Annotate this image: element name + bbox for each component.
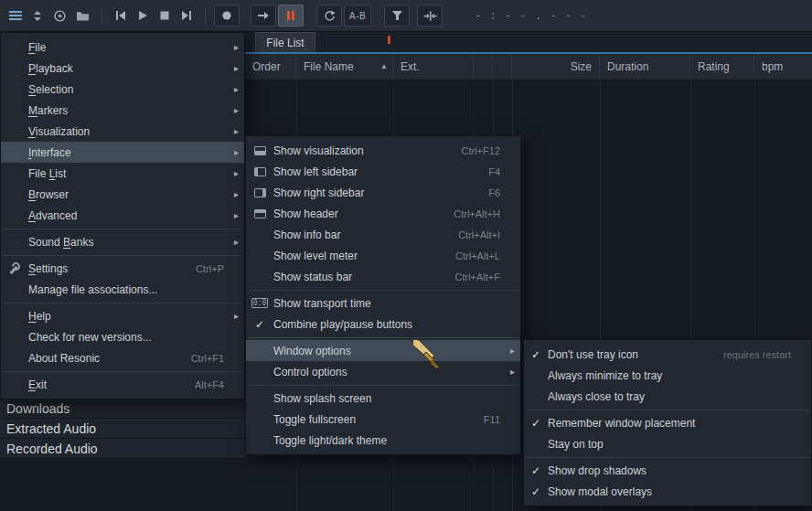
toolbar: A-B - : - - . - - - xyxy=(0,0,812,32)
sort-ascending-icon: ▲ xyxy=(380,54,388,80)
sort-order-button[interactable] xyxy=(27,4,48,27)
menu-item-control-options[interactable]: Control options▸ xyxy=(246,361,520,382)
menu-item-toggle-fullscreen[interactable]: Toggle fullscreenF11 xyxy=(246,409,520,430)
filter-button[interactable] xyxy=(384,5,410,27)
column-header-blank-1[interactable] xyxy=(474,54,493,80)
stop-button[interactable] xyxy=(154,4,176,27)
play-button[interactable] xyxy=(132,4,154,27)
menu-item-shortcut: F6 xyxy=(488,187,500,198)
checkmark-icon: ✓ xyxy=(246,318,273,331)
skip-end-button[interactable] xyxy=(176,4,198,27)
menu-item-always-close-to-tray[interactable]: Always close to tray xyxy=(524,386,811,407)
menu-item-label: Always minimize to tray xyxy=(548,369,791,382)
menu-item-show-modal-overlays[interactable]: ✓Show modal overlays xyxy=(524,481,811,502)
record-button[interactable] xyxy=(214,5,240,27)
menu-item-about-resonic[interactable]: About ResonicCtrl+F1 xyxy=(1,347,244,368)
menu-item-toggle-light-dark-theme[interactable]: Toggle light/dark theme xyxy=(246,430,520,451)
menu-item-show-visualization[interactable]: Show visualizationCtrl+F12 xyxy=(246,140,520,161)
menu-separator xyxy=(1,252,244,258)
menu-item-browser[interactable]: Browser▸ xyxy=(1,184,244,205)
menu-item-combine-play-pause-buttons[interactable]: ✓Combine play/pause buttons xyxy=(246,314,520,335)
menu-item-label: Show modal overlays xyxy=(548,485,791,498)
menu-item-label: File List xyxy=(28,167,224,180)
menu-item-shortcut: Ctrl+Alt+H xyxy=(454,208,500,219)
menu-item-advanced[interactable]: Advanced▸ xyxy=(1,205,244,226)
menu-item-show-left-sidebar[interactable]: Show left sidebarF4 xyxy=(246,161,520,182)
fit-button[interactable] xyxy=(417,5,443,27)
menu-item-label: Show right sidebar xyxy=(273,186,479,199)
menu-item-label: Markers xyxy=(28,104,224,117)
menu-item-help[interactable]: Help▸ xyxy=(1,305,244,326)
menu-item-label: Exit xyxy=(28,378,186,391)
menu-item-check-for-new-versions[interactable]: Check for new versions... xyxy=(1,326,244,347)
column-header-duration[interactable]: Duration xyxy=(600,54,690,80)
column-header-file-name[interactable]: ▲File Name xyxy=(296,54,393,80)
menu-item-show-level-meter[interactable]: Show level meterCtrl+Alt+L xyxy=(246,245,520,266)
menu-item-playback[interactable]: Playback▸ xyxy=(1,58,244,79)
menu-item-show-right-sidebar[interactable]: Show right sidebarF6 xyxy=(246,182,520,203)
skip-start-button[interactable] xyxy=(110,4,132,27)
file-list-header: Order ▲File Name Ext. Size Duration Rati… xyxy=(245,54,812,80)
menu-item-label: Advanced xyxy=(28,209,224,222)
menu-item-label: Combine play/pause buttons xyxy=(273,318,500,331)
menu-item-markers[interactable]: Markers▸ xyxy=(1,100,244,121)
menu-item-stay-on-top[interactable]: Stay on top xyxy=(524,433,811,454)
menu-item-label: Check for new versions... xyxy=(28,331,224,344)
menu-item-file[interactable]: File▸ xyxy=(1,37,244,58)
menu-item-show-status-bar[interactable]: Show status barCtrl+Alt+F xyxy=(246,266,520,287)
menu-separator xyxy=(1,226,244,231)
menu-item-label: Sound Banks xyxy=(28,236,224,249)
menu-item-shortcut: Ctrl+F1 xyxy=(191,353,224,364)
menu-item-show-drop-shadows[interactable]: ✓Show drop shadows xyxy=(524,460,811,481)
column-header-blank-2[interactable] xyxy=(493,54,512,80)
ab-loop-button[interactable]: A-B xyxy=(344,5,371,27)
column-header-size[interactable]: Size xyxy=(512,54,600,80)
menu-item-label: Remember window placement xyxy=(548,417,791,430)
menu-item-note: requires restart xyxy=(723,349,791,360)
menu-item-always-minimize-to-tray[interactable]: Always minimize to tray xyxy=(524,365,811,386)
tab-strip: File List xyxy=(245,32,812,52)
menu-item-manage-file-associations[interactable]: Manage file associations... xyxy=(1,279,244,300)
menu-item-sound-banks[interactable]: Sound Banks▸ xyxy=(1,231,244,252)
menu-item-show-header[interactable]: Show headerCtrl+Alt+H xyxy=(246,203,520,224)
folder-item-downloads[interactable]: Downloads xyxy=(0,399,245,419)
menu-item-show-splash-screen[interactable]: Show splash screen xyxy=(246,388,520,409)
auto-advance-button[interactable] xyxy=(251,5,276,27)
main-menu-button[interactable] xyxy=(5,4,27,27)
menu-item-label: Show drop shadows xyxy=(548,464,791,477)
menu-item-show-transport-time[interactable]: 0:0Show transport time xyxy=(246,293,520,314)
folder-item-extracted-audio[interactable]: Extracted Audio xyxy=(0,419,245,439)
transport-time-icon: 0:0 xyxy=(251,298,268,308)
menu-item-label: Stay on top xyxy=(548,438,791,451)
submenu-arrow-icon: ▸ xyxy=(228,168,239,178)
folder-item-recorded-audio[interactable]: Recorded Audio xyxy=(0,439,245,459)
menu-item-remember-window-placement[interactable]: ✓Remember window placement xyxy=(524,412,811,433)
loop-button[interactable] xyxy=(316,5,342,27)
menu-item-shortcut: Ctrl+P xyxy=(196,263,224,274)
tab-file-list[interactable]: File List xyxy=(255,32,315,52)
column-header-ext[interactable]: Ext. xyxy=(393,54,474,80)
menu-item-show-info-bar[interactable]: Show info barCtrl+Alt+I xyxy=(246,224,520,245)
loop-icon xyxy=(323,10,336,22)
browse-folder-button[interactable] xyxy=(71,4,94,27)
monitor-button[interactable] xyxy=(48,4,71,27)
menu-item-selection[interactable]: Selection▸ xyxy=(1,79,244,100)
submenu-arrow-icon: ▸ xyxy=(228,210,239,220)
column-header-rating[interactable]: Rating xyxy=(690,54,754,80)
folder-icon xyxy=(76,10,90,22)
menu-item-settings[interactable]: SettingsCtrl+P xyxy=(1,258,244,279)
column-label: bpm xyxy=(762,60,783,73)
menu-separator xyxy=(524,454,811,460)
column-label: Order xyxy=(252,60,281,73)
menu-item-gutter: 0:0 xyxy=(246,298,273,308)
menu-item-interface[interactable]: Interface▸ xyxy=(1,142,244,163)
menu-item-exit[interactable]: ExitAlt+F4 xyxy=(1,374,244,395)
menu-item-visualization[interactable]: Visualization▸ xyxy=(1,121,244,142)
menu-item-file-list[interactable]: File List▸ xyxy=(1,163,244,184)
menu-item-don-t-use-tray-icon[interactable]: ✓Don't use tray iconrequires restart xyxy=(524,344,811,365)
pause-button[interactable] xyxy=(278,5,304,27)
menu-item-window-options[interactable]: Window options▸ xyxy=(246,340,520,361)
column-header-order[interactable]: Order xyxy=(245,54,296,80)
menu-item-label: Don't use tray icon xyxy=(548,348,714,361)
column-header-bpm[interactable]: bpm xyxy=(754,54,812,80)
